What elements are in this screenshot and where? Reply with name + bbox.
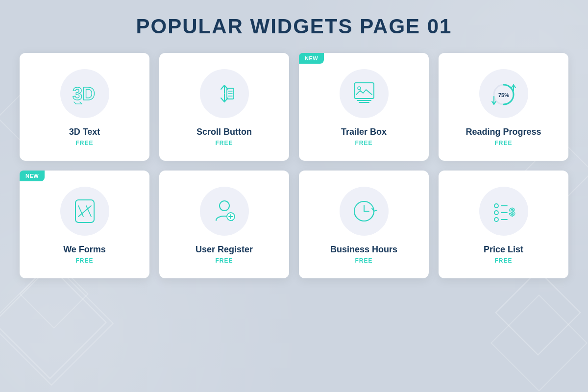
widget-card-scroll-button[interactable]: Scroll Button FREE [159, 53, 289, 161]
widget-card-trailer-box[interactable]: NEW Trailer Box FREE [299, 53, 429, 161]
widget-name-scroll-button: Scroll Button [196, 127, 252, 137]
widget-badge-trailer-box: FREE [355, 140, 372, 147]
widget-card-business-hours[interactable]: Business Hours FREE [299, 171, 429, 278]
widget-badge-scroll-button: FREE [215, 140, 233, 147]
reading-progress-icon: 75% [489, 79, 518, 108]
scroll-button-icon [211, 80, 238, 107]
widget-badge-price-list: FREE [494, 257, 512, 264]
widget-card-reading-progress[interactable]: 75% Reading Progress FREE [439, 53, 568, 161]
svg-point-30 [494, 204, 498, 208]
svg-point-11 [358, 87, 361, 90]
widget-name-user-register: User Register [196, 245, 253, 255]
icon-circle-user-register [200, 187, 249, 236]
widget-badge-we-forms: FREE [75, 257, 93, 264]
svg-text:3D: 3D [73, 84, 95, 104]
3d-text-icon: 3D [70, 81, 99, 106]
icon-circle-scroll-button [200, 69, 249, 118]
icon-circle-trailer-box [340, 69, 389, 118]
widgets-grid: 3D 3D Text FREE [20, 53, 568, 278]
svg-point-23 [220, 201, 229, 211]
widget-badge-reading-progress: FREE [494, 140, 512, 147]
widget-card-price-list[interactable]: $ Price List FREE [439, 171, 568, 278]
svg-line-22 [78, 206, 91, 217]
widget-card-we-forms[interactable]: NEW We Forms FREE [20, 171, 149, 278]
icon-circle-we-forms [60, 187, 109, 236]
widget-name-trailer-box: Trailer Box [341, 127, 387, 137]
page-title: POPULAR WIDGETS PAGE 01 [136, 15, 452, 38]
widget-name-business-hours: Business Hours [330, 245, 397, 255]
widget-badge-user-register: FREE [215, 257, 233, 264]
trailer-box-icon [352, 81, 376, 106]
svg-text:$: $ [509, 206, 515, 218]
business-hours-icon [350, 197, 378, 225]
widget-name-reading-progress: Reading Progress [466, 127, 541, 137]
price-list-icon: $ [490, 199, 517, 223]
new-badge-trailer-box: NEW [299, 53, 324, 64]
widget-name-price-list: Price List [484, 245, 523, 255]
icon-circle-reading-progress: 75% [479, 69, 528, 118]
widget-badge-business-hours: FREE [355, 257, 372, 264]
new-badge-we-forms: NEW [20, 171, 45, 181]
svg-rect-10 [354, 83, 374, 98]
svg-text:75%: 75% [498, 92, 509, 98]
icon-circle-3d-text: 3D [60, 69, 109, 118]
svg-point-32 [494, 211, 498, 215]
widget-card-3d-text[interactable]: 3D 3D Text FREE [20, 53, 149, 161]
icon-circle-business-hours [340, 187, 389, 236]
user-register-icon [212, 198, 237, 224]
widget-name-3d-text: 3D Text [69, 127, 100, 137]
svg-point-34 [494, 218, 498, 221]
widget-card-user-register[interactable]: User Register FREE [159, 171, 289, 278]
we-forms-icon [73, 198, 97, 224]
widget-name-we-forms: We Forms [63, 245, 106, 255]
widget-badge-3d-text: FREE [75, 140, 93, 147]
icon-circle-price-list: $ [479, 187, 528, 236]
